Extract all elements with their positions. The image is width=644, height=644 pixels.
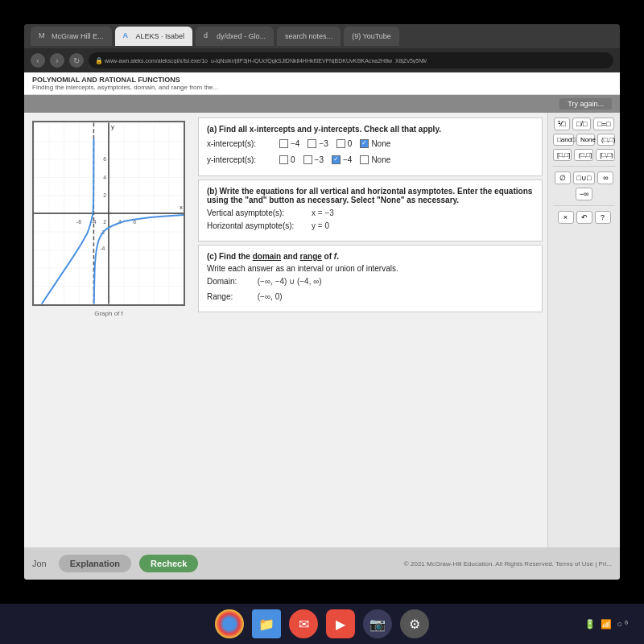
tb-half-open-r-btn[interactable]: (□,□] bbox=[574, 149, 593, 161]
taskbar-battery-icon: 🔋 bbox=[584, 619, 596, 630]
tb-div-btn[interactable]: □/□ bbox=[572, 118, 591, 130]
refresh-button[interactable]: ↻ bbox=[69, 53, 84, 68]
tab-mcgraw[interactable]: M McGraw Hill E... bbox=[31, 27, 112, 46]
toolbar-separator-2 bbox=[553, 205, 615, 206]
svg-text:2: 2 bbox=[103, 192, 106, 198]
tb-empty-set-btn[interactable]: ∅ bbox=[555, 171, 571, 184]
x-opt-neg4[interactable]: −4 bbox=[279, 139, 299, 148]
tab-favicon-mcgraw: M bbox=[39, 31, 48, 41]
svg-text:-6: -6 bbox=[76, 219, 81, 225]
screen: M McGraw Hill E... A ALEKS · Isabel d dy… bbox=[24, 24, 620, 580]
section-a-label: (a) Find all x-intercepts and y-intercep… bbox=[207, 125, 534, 134]
domain-label: Domain: bbox=[207, 277, 255, 286]
range-label: Range: bbox=[207, 292, 255, 301]
section-b: (b) Write the equations for all vertical… bbox=[198, 180, 543, 242]
tb-closed-interval-btn[interactable]: [□,□] bbox=[553, 149, 572, 161]
tb-eq-btn[interactable]: □=□ bbox=[593, 118, 614, 130]
taskbar-time: ○ ᵟ bbox=[617, 619, 628, 630]
section-c: (c) Find the domain and range of f. Writ… bbox=[198, 245, 543, 312]
horizontal-asymptote-label: Horizontal asymptote(s): bbox=[207, 221, 312, 230]
x-cb-0[interactable] bbox=[336, 139, 345, 148]
y-opt-neg4[interactable]: −4 bbox=[332, 155, 352, 164]
tab-favicon-aleks: A bbox=[123, 31, 133, 41]
horizontal-asymptote-row: Horizontal asymptote(s): y = 0 bbox=[207, 221, 534, 230]
y-cb-neg3[interactable] bbox=[303, 155, 312, 164]
taskbar-youtube-icon[interactable]: ▶ bbox=[326, 609, 355, 638]
x-cb-neg4[interactable] bbox=[279, 139, 288, 148]
taskbar-files-icon[interactable]: 📁 bbox=[252, 609, 281, 638]
tb-none-btn[interactable]: None bbox=[576, 134, 595, 146]
page-content: POLYNOMIAL AND RATIONAL FUNCTIONS Findin… bbox=[24, 72, 620, 580]
tb-half-open-l-btn[interactable]: [□,□) bbox=[596, 149, 615, 161]
explanation-button[interactable]: Explanation bbox=[59, 555, 131, 572]
svg-text:y: y bbox=[111, 123, 114, 130]
toolbar-row-4: ∅ □∪□ ∞ bbox=[553, 171, 615, 184]
action-bar: Jon Explanation Recheck © 2021 McGraw-Hi… bbox=[24, 547, 620, 580]
graph-container: x y -4 -6 2 4 6 2 4 6 -2 -4 bbox=[32, 121, 185, 306]
y-cb-neg4[interactable] bbox=[332, 155, 341, 164]
taskbar-wifi-icon: 📶 bbox=[601, 619, 612, 630]
taskbar-mail-icon[interactable]: ✉ bbox=[289, 609, 318, 638]
y-intercept-label: y-intercept(s): bbox=[207, 155, 279, 164]
back-button[interactable]: ‹ bbox=[31, 53, 45, 68]
x-opt-0[interactable]: 0 bbox=[336, 139, 353, 148]
jon-label: Jon bbox=[32, 559, 47, 568]
toolbar-row-6: × ↶ ? bbox=[553, 211, 615, 224]
main-content: x y -4 -6 2 4 6 2 4 6 -2 -4 bbox=[24, 113, 620, 564]
browser-chrome: M McGraw Hill E... A ALEKS · Isabel d dy… bbox=[24, 24, 620, 72]
tab-youtube[interactable]: (9) YouTube bbox=[344, 27, 399, 46]
tb-inf-btn[interactable]: ∞ bbox=[597, 171, 613, 184]
toolbar-row-5: −∞ bbox=[553, 188, 615, 200]
tb-and-btn[interactable]: □and□ bbox=[553, 134, 574, 146]
taskbar: 📁 ✉ ▶ 📷 ⚙ 🔋 📶 ○ ᵟ bbox=[0, 604, 644, 644]
domain-row: Domain: (−∞, −4) ∪ (−4, ∞) bbox=[207, 277, 534, 286]
taskbar-right: 🔋 📶 ○ ᵟ bbox=[584, 619, 628, 630]
tab-dy[interactable]: d dy/dxed - Glo... bbox=[196, 27, 274, 46]
section-b-label: (b) Write the equations for all vertical… bbox=[207, 187, 534, 204]
y-opt-neg3[interactable]: −3 bbox=[303, 155, 324, 164]
address-bar[interactable]: 🔒 www-awn.aleks.com/alekscgi/x/lsl.exe/1… bbox=[89, 52, 613, 68]
try-again-bar: Try again... bbox=[24, 95, 620, 113]
footer-text: © 2021 McGraw-Hill Education. All Rights… bbox=[404, 560, 612, 568]
y-opt-0[interactable]: 0 bbox=[279, 155, 295, 164]
x-opt-none[interactable]: None bbox=[360, 139, 390, 148]
horizontal-asymptote-value: y = 0 bbox=[312, 221, 329, 230]
x-opt-neg3[interactable]: −3 bbox=[308, 139, 328, 148]
tb-open-interval-btn[interactable]: (□,□) bbox=[597, 134, 615, 146]
tb-neg-inf-btn[interactable]: −∞ bbox=[576, 188, 593, 200]
range-row: Range: (−∞, 0) bbox=[207, 292, 534, 301]
address-bar-row: ‹ › ↻ 🔒 www-awn.aleks.com/alekscgi/x/lsl… bbox=[24, 48, 620, 72]
y-intercept-row: y-intercept(s): 0 −3 bbox=[207, 153, 534, 167]
site-title: POLYNOMIAL AND RATIONAL FUNCTIONS bbox=[32, 76, 612, 84]
range-value: (−∞, 0) bbox=[258, 292, 283, 301]
tb-clear-btn[interactable]: × bbox=[558, 211, 574, 224]
y-intercept-options: 0 −3 −4 Non bbox=[279, 155, 390, 164]
tb-undo-btn[interactable]: ↶ bbox=[576, 211, 592, 224]
recheck-button[interactable]: Recheck bbox=[139, 555, 198, 572]
questions-panel: (a) Find all x-intercepts and y-intercep… bbox=[193, 113, 547, 564]
page-subtitle: Finding the intercepts, asymptotes, doma… bbox=[32, 84, 612, 91]
forward-button[interactable]: › bbox=[50, 53, 64, 68]
taskbar-chrome-icon[interactable] bbox=[215, 609, 244, 638]
y-cb-none[interactable] bbox=[360, 155, 369, 164]
toolbar-separator-1 bbox=[553, 166, 615, 167]
tb-help-btn[interactable]: ? bbox=[595, 211, 611, 224]
x-cb-none[interactable] bbox=[360, 139, 369, 148]
tab-search[interactable]: search notes... bbox=[277, 27, 341, 46]
x-intercept-label: x-intercept(s): bbox=[207, 139, 279, 148]
taskbar-settings-icon[interactable]: ⚙ bbox=[400, 609, 429, 638]
tab-favicon-dy: d bbox=[204, 31, 213, 41]
y-cb-0[interactable] bbox=[279, 155, 288, 164]
y-opt-none[interactable]: None bbox=[360, 155, 390, 164]
tab-aleks[interactable]: A ALEKS · Isabel bbox=[115, 27, 193, 46]
section-c-label: (c) Find the domain and range of f. bbox=[207, 252, 534, 261]
lock-icon: 🔒 bbox=[95, 57, 101, 64]
toolbar-panel: ⅟□ □/□ □=□ □and□ None (□,□) [□,□] (□,□] … bbox=[547, 113, 620, 564]
x-cb-neg3[interactable] bbox=[308, 139, 316, 148]
tb-fraction-btn[interactable]: ⅟□ bbox=[554, 118, 570, 130]
taskbar-photos-icon[interactable]: 📷 bbox=[363, 609, 392, 638]
left-panel: x y -4 -6 2 4 6 2 4 6 -2 -4 bbox=[24, 113, 193, 564]
try-again-button[interactable]: Try again... bbox=[559, 98, 612, 109]
tb-union-btn[interactable]: □∪□ bbox=[573, 171, 596, 184]
toolbar-row-1: ⅟□ □/□ □=□ bbox=[553, 118, 615, 130]
